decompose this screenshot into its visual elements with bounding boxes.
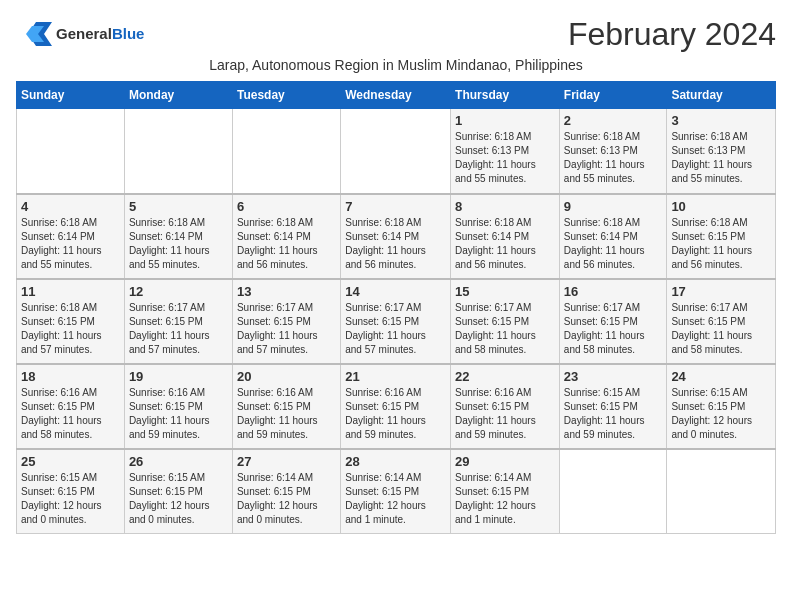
day-number: 12: [129, 284, 228, 299]
weekday-header: Tuesday: [232, 82, 340, 109]
day-info: Sunrise: 6:15 AM Sunset: 6:15 PM Dayligh…: [129, 471, 228, 527]
calendar-cell: 10Sunrise: 6:18 AM Sunset: 6:15 PM Dayli…: [667, 194, 776, 279]
day-number: 21: [345, 369, 446, 384]
calendar-cell: [232, 109, 340, 194]
calendar-cell: 1Sunrise: 6:18 AM Sunset: 6:13 PM Daylig…: [451, 109, 560, 194]
day-info: Sunrise: 6:18 AM Sunset: 6:14 PM Dayligh…: [129, 216, 228, 272]
day-number: 5: [129, 199, 228, 214]
day-info: Sunrise: 6:14 AM Sunset: 6:15 PM Dayligh…: [237, 471, 336, 527]
day-number: 26: [129, 454, 228, 469]
calendar-cell: [667, 449, 776, 534]
calendar-cell: [17, 109, 125, 194]
calendar-cell: 15Sunrise: 6:17 AM Sunset: 6:15 PM Dayli…: [451, 279, 560, 364]
day-number: 19: [129, 369, 228, 384]
day-number: 11: [21, 284, 120, 299]
calendar-cell: 13Sunrise: 6:17 AM Sunset: 6:15 PM Dayli…: [232, 279, 340, 364]
calendar-cell: 5Sunrise: 6:18 AM Sunset: 6:14 PM Daylig…: [124, 194, 232, 279]
day-info: Sunrise: 6:16 AM Sunset: 6:15 PM Dayligh…: [21, 386, 120, 442]
calendar-cell: 25Sunrise: 6:15 AM Sunset: 6:15 PM Dayli…: [17, 449, 125, 534]
calendar-cell: 26Sunrise: 6:15 AM Sunset: 6:15 PM Dayli…: [124, 449, 232, 534]
day-info: Sunrise: 6:16 AM Sunset: 6:15 PM Dayligh…: [455, 386, 555, 442]
calendar-cell: 12Sunrise: 6:17 AM Sunset: 6:15 PM Dayli…: [124, 279, 232, 364]
day-number: 28: [345, 454, 446, 469]
day-number: 3: [671, 113, 771, 128]
day-number: 29: [455, 454, 555, 469]
day-number: 24: [671, 369, 771, 384]
weekday-header: Saturday: [667, 82, 776, 109]
subtitle: Larap, Autonomous Region in Muslim Minda…: [16, 57, 776, 73]
day-info: Sunrise: 6:16 AM Sunset: 6:15 PM Dayligh…: [237, 386, 336, 442]
day-info: Sunrise: 6:18 AM Sunset: 6:15 PM Dayligh…: [671, 216, 771, 272]
day-info: Sunrise: 6:15 AM Sunset: 6:15 PM Dayligh…: [671, 386, 771, 442]
calendar-cell: 20Sunrise: 6:16 AM Sunset: 6:15 PM Dayli…: [232, 364, 340, 449]
day-info: Sunrise: 6:18 AM Sunset: 6:13 PM Dayligh…: [455, 130, 555, 186]
calendar-cell: 8Sunrise: 6:18 AM Sunset: 6:14 PM Daylig…: [451, 194, 560, 279]
calendar-cell: 7Sunrise: 6:18 AM Sunset: 6:14 PM Daylig…: [341, 194, 451, 279]
calendar-cell: 14Sunrise: 6:17 AM Sunset: 6:15 PM Dayli…: [341, 279, 451, 364]
day-number: 2: [564, 113, 663, 128]
day-number: 17: [671, 284, 771, 299]
calendar-cell: 9Sunrise: 6:18 AM Sunset: 6:14 PM Daylig…: [559, 194, 667, 279]
day-info: Sunrise: 6:17 AM Sunset: 6:15 PM Dayligh…: [129, 301, 228, 357]
day-info: Sunrise: 6:18 AM Sunset: 6:14 PM Dayligh…: [564, 216, 663, 272]
day-info: Sunrise: 6:15 AM Sunset: 6:15 PM Dayligh…: [564, 386, 663, 442]
calendar-cell: 16Sunrise: 6:17 AM Sunset: 6:15 PM Dayli…: [559, 279, 667, 364]
day-info: Sunrise: 6:17 AM Sunset: 6:15 PM Dayligh…: [345, 301, 446, 357]
weekday-header: Friday: [559, 82, 667, 109]
day-info: Sunrise: 6:18 AM Sunset: 6:13 PM Dayligh…: [671, 130, 771, 186]
day-number: 23: [564, 369, 663, 384]
day-info: Sunrise: 6:17 AM Sunset: 6:15 PM Dayligh…: [455, 301, 555, 357]
calendar-cell: 22Sunrise: 6:16 AM Sunset: 6:15 PM Dayli…: [451, 364, 560, 449]
day-number: 6: [237, 199, 336, 214]
day-info: Sunrise: 6:18 AM Sunset: 6:14 PM Dayligh…: [237, 216, 336, 272]
day-number: 27: [237, 454, 336, 469]
day-info: Sunrise: 6:16 AM Sunset: 6:15 PM Dayligh…: [129, 386, 228, 442]
day-number: 7: [345, 199, 446, 214]
day-number: 18: [21, 369, 120, 384]
day-number: 1: [455, 113, 555, 128]
day-info: Sunrise: 6:18 AM Sunset: 6:15 PM Dayligh…: [21, 301, 120, 357]
day-number: 16: [564, 284, 663, 299]
calendar-cell: 23Sunrise: 6:15 AM Sunset: 6:15 PM Dayli…: [559, 364, 667, 449]
logo-icon: [16, 16, 52, 52]
calendar-cell: 11Sunrise: 6:18 AM Sunset: 6:15 PM Dayli…: [17, 279, 125, 364]
day-number: 15: [455, 284, 555, 299]
day-info: Sunrise: 6:15 AM Sunset: 6:15 PM Dayligh…: [21, 471, 120, 527]
calendar-cell: 2Sunrise: 6:18 AM Sunset: 6:13 PM Daylig…: [559, 109, 667, 194]
day-info: Sunrise: 6:18 AM Sunset: 6:14 PM Dayligh…: [345, 216, 446, 272]
day-number: 10: [671, 199, 771, 214]
day-number: 13: [237, 284, 336, 299]
day-number: 14: [345, 284, 446, 299]
calendar-cell: [341, 109, 451, 194]
logo-blue: Blue: [112, 25, 145, 42]
calendar-cell: 29Sunrise: 6:14 AM Sunset: 6:15 PM Dayli…: [451, 449, 560, 534]
day-number: 9: [564, 199, 663, 214]
calendar-cell: 28Sunrise: 6:14 AM Sunset: 6:15 PM Dayli…: [341, 449, 451, 534]
day-info: Sunrise: 6:14 AM Sunset: 6:15 PM Dayligh…: [455, 471, 555, 527]
day-info: Sunrise: 6:18 AM Sunset: 6:14 PM Dayligh…: [21, 216, 120, 272]
calendar-cell: [559, 449, 667, 534]
day-number: 22: [455, 369, 555, 384]
calendar-cell: 4Sunrise: 6:18 AM Sunset: 6:14 PM Daylig…: [17, 194, 125, 279]
day-info: Sunrise: 6:18 AM Sunset: 6:14 PM Dayligh…: [455, 216, 555, 272]
day-info: Sunrise: 6:17 AM Sunset: 6:15 PM Dayligh…: [564, 301, 663, 357]
day-info: Sunrise: 6:17 AM Sunset: 6:15 PM Dayligh…: [237, 301, 336, 357]
header: GeneralBlue February 2024: [16, 16, 776, 53]
calendar-cell: 21Sunrise: 6:16 AM Sunset: 6:15 PM Dayli…: [341, 364, 451, 449]
day-number: 8: [455, 199, 555, 214]
calendar-cell: 19Sunrise: 6:16 AM Sunset: 6:15 PM Dayli…: [124, 364, 232, 449]
day-info: Sunrise: 6:14 AM Sunset: 6:15 PM Dayligh…: [345, 471, 446, 527]
calendar-table: SundayMondayTuesdayWednesdayThursdayFrid…: [16, 81, 776, 534]
day-info: Sunrise: 6:16 AM Sunset: 6:15 PM Dayligh…: [345, 386, 446, 442]
weekday-header: Sunday: [17, 82, 125, 109]
calendar-cell: 17Sunrise: 6:17 AM Sunset: 6:15 PM Dayli…: [667, 279, 776, 364]
weekday-header: Thursday: [451, 82, 560, 109]
calendar-cell: 24Sunrise: 6:15 AM Sunset: 6:15 PM Dayli…: [667, 364, 776, 449]
weekday-header: Monday: [124, 82, 232, 109]
day-number: 25: [21, 454, 120, 469]
month-title: February 2024: [568, 16, 776, 53]
weekday-header: Wednesday: [341, 82, 451, 109]
logo-general: General: [56, 25, 112, 42]
calendar-cell: 27Sunrise: 6:14 AM Sunset: 6:15 PM Dayli…: [232, 449, 340, 534]
day-info: Sunrise: 6:17 AM Sunset: 6:15 PM Dayligh…: [671, 301, 771, 357]
